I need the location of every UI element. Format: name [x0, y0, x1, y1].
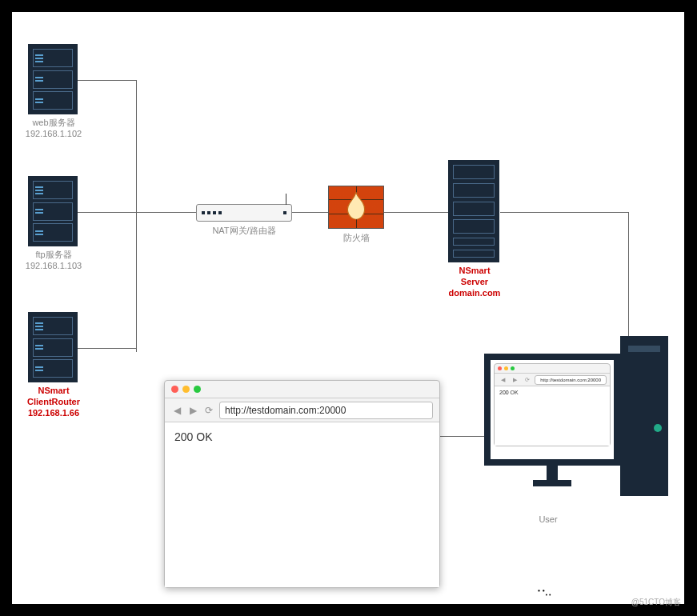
server-nsmart-domain: domain.com: [427, 288, 523, 299]
window-close-icon: [498, 366, 502, 370]
browser-small: ◀ ▶ ⟳ http://testdomain.com:20000 200 OK: [494, 363, 611, 446]
url-bar-small: http://testdomain.com:20000: [535, 375, 607, 385]
net-line: [136, 80, 137, 352]
window-close-icon: [171, 386, 178, 393]
browser-body-small: 200 OK: [495, 386, 610, 446]
svg-point-4: [546, 594, 547, 595]
net-line: [384, 212, 448, 213]
reload-icon: ⟳: [203, 405, 214, 416]
server-client-router-name2: ClientRouter: [6, 397, 102, 408]
window-min-icon: [182, 386, 190, 393]
net-line: [76, 348, 136, 349]
server-nsmart-label: NSmart Server domain.com: [427, 266, 523, 298]
forward-icon: ▶: [187, 405, 198, 416]
window-min-icon: [504, 366, 508, 370]
server-web-label: web服务器 192.168.1.102: [6, 118, 102, 140]
user-pc: ◀ ▶ ⟳ http://testdomain.com:20000 200 OK: [484, 336, 668, 512]
nat-router: [196, 204, 292, 222]
svg-point-1: [543, 590, 554, 600]
server-client-router: [28, 312, 78, 382]
firewall-icon: [328, 186, 384, 229]
net-line: [628, 212, 629, 336]
svg-point-3: [543, 590, 544, 591]
server-nsmart: [448, 160, 499, 262]
svg-point-5: [549, 594, 551, 595]
flame-icon: [346, 192, 367, 219]
footer-line1: 公众号 · 追逐时光者: [561, 578, 681, 597]
browser-big: ◀ ▶ ⟳ http://testdomain.com:20000 200 OK: [164, 380, 440, 588]
server-nsmart-name2: Server: [427, 277, 523, 288]
svg-point-2: [538, 590, 539, 591]
footer-watermark: 公众号 · 追逐时光者 @51CTO博客: [534, 578, 681, 608]
browser-body: 200 OK: [165, 422, 439, 587]
net-line: [440, 436, 485, 437]
net-line: [76, 80, 136, 81]
diagram-canvas: web服务器 192.168.1.102 ftp服务器 192.168.1.10…: [12, 12, 684, 604]
back-icon: ◀: [498, 374, 507, 386]
reload-icon: ⟳: [523, 374, 532, 386]
server-ftp-name: ftp服务器: [6, 250, 102, 261]
server-client-router-ip: 192.168.1.66: [6, 408, 102, 419]
pc-tower: [620, 336, 668, 496]
server-client-router-label: NSmart ClientRouter 192.168.1.66: [6, 386, 102, 418]
nat-router-label: NAT网关/路由器: [196, 225, 292, 237]
url-bar: http://testdomain.com:20000: [219, 402, 433, 419]
server-nsmart-name1: NSmart: [427, 266, 523, 277]
window-max-icon: [194, 386, 201, 393]
net-line: [136, 212, 196, 213]
window-max-icon: [511, 366, 515, 370]
router-antenna-icon: [286, 194, 286, 205]
footer-line2: @51CTO博客: [561, 597, 681, 608]
net-line: [292, 212, 328, 213]
server-web: [28, 44, 78, 114]
server-ftp: [28, 176, 78, 246]
power-button-icon: [654, 424, 662, 432]
server-client-router-name1: NSmart: [6, 386, 102, 397]
firewall-label: 防火墙: [328, 232, 384, 244]
server-ftp-label: ftp服务器 192.168.1.103: [6, 250, 102, 272]
net-line: [500, 212, 628, 213]
back-icon: ◀: [171, 405, 182, 416]
server-ftp-ip: 192.168.1.103: [6, 261, 102, 272]
server-web-name: web服务器: [6, 118, 102, 129]
user-label: User: [524, 514, 572, 524]
server-web-ip: 192.168.1.102: [6, 129, 102, 140]
wechat-icon: [534, 583, 555, 604]
monitor: ◀ ▶ ⟳ http://testdomain.com:20000 200 OK: [484, 354, 620, 466]
forward-icon: ▶: [510, 374, 519, 386]
net-line: [76, 212, 136, 213]
